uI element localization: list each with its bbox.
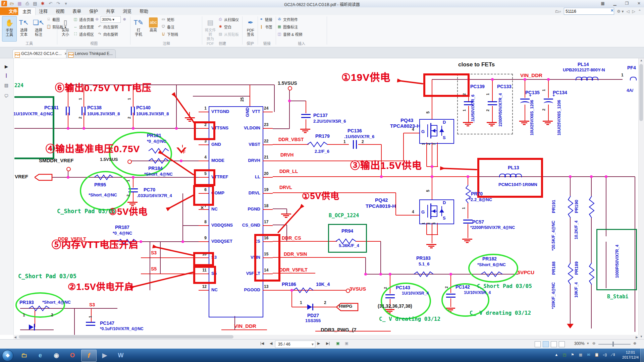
ribbon-button-note[interactable]: 🗩备注 (161, 23, 174, 30)
internet-explorer-icon[interactable]: e (33, 350, 48, 361)
ribbon-button-fit-page[interactable]: ◫适合页面 (73, 16, 94, 22)
snapshot-gray-icon[interactable]: ▣ (345, 341, 348, 346)
last-page-icon[interactable]: ▶| (326, 341, 330, 346)
next-page-icon[interactable]: ▶ (317, 341, 320, 346)
nvidia-icon[interactable]: ◳ (561, 353, 568, 358)
search-settings-gear-icon[interactable]: ⚙ ▾ (617, 9, 624, 14)
ribbon-button-highlight[interactable]: abc高亮 (146, 16, 160, 41)
close-button[interactable]: ✕ (635, 1, 643, 6)
wire (176, 85, 177, 128)
ribbon-button-fit-visible[interactable]: ⛶适合视区 (73, 31, 94, 37)
flag-icon[interactable]: ⚑ (570, 353, 576, 358)
horizontal-scrollbar[interactable]: ◀ ▶ (13, 335, 639, 339)
prev-page-icon[interactable]: ◀ (270, 341, 272, 346)
ribbon-button-media[interactable]: ◫音频 & 视频 (277, 31, 302, 37)
ribbon-button-from-clipboard[interactable]: ▨从剪贴板 (218, 31, 239, 37)
document-tab[interactable]: PDFGC2A-0622 GC1A C...✕ (12, 49, 70, 58)
first-page-icon[interactable]: |◀ (260, 341, 264, 346)
facing-page-icon[interactable] (551, 341, 557, 347)
search-input[interactable] (564, 8, 614, 15)
ribbon-tab-注释[interactable]: 注释 (35, 7, 52, 15)
single-page-icon[interactable] (535, 341, 541, 347)
scroll-right-icon[interactable]: ▶ (636, 336, 638, 339)
ribbon-button-select-text[interactable]: T↖选择 文本 (17, 16, 31, 41)
ribbon-button-link[interactable]: ⚭链接 (259, 16, 272, 22)
ribbon-button-rect[interactable]: ▭矩形 (161, 16, 174, 22)
pdf-page[interactable]: 1VTTGND2VTTSNS3GND4MODE5VTTREF6COMP7NC8V… (13, 58, 639, 335)
restore-button[interactable]: ❐ (623, 1, 631, 6)
opera-icon[interactable]: O (65, 350, 80, 361)
chrome-icon[interactable]: ◉ (49, 350, 64, 361)
zoom-out-icon[interactable]: ⊖ (95, 17, 99, 21)
ribbon-tab-表单[interactable]: 表单 (68, 7, 85, 15)
show-desktop-button[interactable] (640, 349, 644, 362)
scroll-left-icon[interactable]: ◀ (14, 336, 16, 339)
page-number-box[interactable]: 35 / 46 ▾ (275, 341, 315, 348)
zoom-slider-handle[interactable] (612, 342, 614, 347)
zoom-out-icon[interactable]: ⊖ (592, 341, 595, 346)
messenger-icon[interactable]: ✉ (586, 353, 592, 358)
ribbon-button-rotate-right[interactable]: ↷向右旋转 (97, 31, 118, 37)
zoom-dropdown-icon[interactable]: ▾ (587, 341, 589, 346)
ribbon-button-convert[interactable]: ▤将文件转 换为PDF (203, 16, 217, 41)
network-icon[interactable]: ⟋il (610, 353, 616, 358)
comments-panel-icon[interactable]: 🗩 (3, 94, 10, 100)
ribbon-tab-帮助[interactable]: 帮助 (136, 7, 152, 15)
continuous-facing-icon[interactable] (559, 341, 565, 347)
word-icon[interactable]: W (113, 350, 128, 361)
ribbon-tab-浏览[interactable]: 浏览 (119, 7, 136, 15)
ribbon-button-underline[interactable]: U̲下划线 (161, 31, 178, 37)
pin-number: 22 (264, 139, 268, 143)
ribbon-button-attach[interactable]: ✇文件附件 (277, 16, 298, 22)
ribbon-button-bookmark[interactable]: ❙书签 (259, 23, 272, 30)
ribbon-button-hand[interactable]: ✋手型 工具 (2, 16, 17, 42)
search-collapse-icon[interactable]: ⌃ (638, 9, 641, 14)
ribbon-button-select-annot[interactable]: ❏↖选择 标注 (32, 16, 46, 41)
ribbon-tab-保护[interactable]: 保护 (85, 7, 102, 15)
foxit-reader-icon[interactable]: 𝒇 (81, 350, 97, 362)
ribbon-button-pdf-sign[interactable]: ✒PDF 签名 (244, 16, 258, 41)
scroll-up-icon[interactable]: ▲ (639, 59, 644, 62)
ribbon-button-scanner[interactable]: ⎙从扫描仪 (218, 16, 239, 22)
ribbon-tab-共享[interactable]: 共享 (102, 7, 119, 15)
update-icon[interactable]: ▦ (578, 353, 584, 358)
ribbon-button-typewriter[interactable]: T✎打 字机 (131, 16, 146, 41)
search-clear-icon[interactable]: ✕ (610, 8, 613, 13)
volume-icon[interactable]: ◁) (602, 353, 608, 358)
bookmarks-panel-icon[interactable]: ❙ (3, 73, 10, 79)
zoom-slider-track[interactable] (598, 344, 631, 345)
ribbon-button-rotate-left[interactable]: ↶向左旋转 (97, 23, 118, 30)
pdf-sign-icon: ✒ (244, 17, 258, 27)
hscroll-thumb[interactable] (19, 335, 233, 339)
zoom-in-icon[interactable]: ⊕ (122, 17, 127, 21)
ribbon-button-blank[interactable]: ✱空白 (218, 23, 231, 30)
vertical-scrollbar[interactable]: ▲ ▼ (638, 58, 644, 339)
ribbon-button-fit-width[interactable]: ↔适合宽度 (73, 23, 94, 30)
minimize-button[interactable]: ▁ (611, 1, 619, 6)
clipboard-icon[interactable]: 📋 (594, 353, 600, 358)
windows-explorer-icon[interactable]: 🗀 (17, 350, 32, 361)
ribbon-tab-视图[interactable]: 视图 (52, 7, 68, 15)
media-player-icon[interactable]: ▶ (97, 350, 112, 361)
pages-panel-icon[interactable]: ▤ (3, 83, 10, 89)
page-dropdown-icon[interactable]: ▾ (312, 341, 314, 348)
zoom-level-box[interactable]: 300% ▾ (101, 16, 121, 23)
zoom-in-icon[interactable]: ⊕ (633, 341, 636, 346)
snapshot-green-icon[interactable]: ▣ (336, 341, 339, 346)
ribbon-button-actual-size[interactable]: ▯实际 大小 (58, 16, 72, 41)
ribbon-button-image-annot[interactable]: ▦图像标注 (277, 23, 298, 30)
tray-expand-arrow-icon[interactable]: ▲ (553, 353, 559, 358)
document-tab[interactable]: PDFLenovo Thinkpad E... (66, 49, 116, 58)
search-prev-icon[interactable]: ◁ (626, 9, 629, 14)
search-in-document-icon[interactable]: 🗀⌕ (555, 9, 561, 14)
vscroll-thumb[interactable] (639, 64, 643, 121)
scroll-down-icon[interactable]: ▼ (639, 335, 644, 338)
continuous-page-icon[interactable] (543, 341, 549, 347)
start-button[interactable]: ❖ (2, 350, 13, 361)
grid-view-button[interactable]: ▦ (599, 1, 606, 6)
ribbon-tab-主页[interactable]: 主页 (18, 7, 36, 15)
taskbar-clock[interactable]: 12:01 2017/12/4 (622, 350, 639, 360)
expand-panel-arrow-icon[interactable]: ▶ (3, 64, 10, 71)
wire (426, 142, 427, 167)
search-next-icon[interactable]: ▷ (632, 9, 635, 14)
